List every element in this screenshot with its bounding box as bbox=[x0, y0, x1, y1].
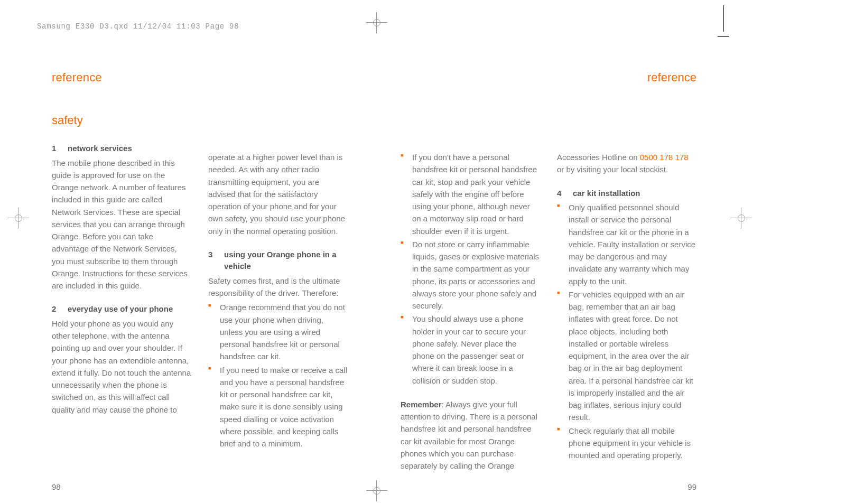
bullet-list-sub3: Orange recommend that you do not use you… bbox=[208, 301, 348, 450]
subsection-3-intro: Safety comes first, and is the ultimate … bbox=[208, 275, 348, 300]
left-col-1: safety 1 network services The mobile pho… bbox=[52, 111, 191, 461]
page-number-right: 99 bbox=[687, 481, 696, 493]
remember-paragraph: Remember: Always give your full attentio… bbox=[401, 398, 540, 472]
register-mark-left bbox=[11, 210, 26, 226]
page-left: reference safety 1 network services The … bbox=[52, 69, 374, 473]
subsection-1: 1 network services The mobile phone desc… bbox=[52, 143, 191, 292]
bullet-list-right1: If you don't have a personal handsfree k… bbox=[401, 151, 540, 387]
subsection-4: 4 car kit installation Only qualified pe… bbox=[557, 188, 696, 462]
page-number-left: 98 bbox=[52, 481, 61, 493]
subsection-1-header: 1 network services bbox=[52, 143, 191, 155]
remember-text: : Always give your full attention to dri… bbox=[401, 400, 537, 470]
right-col-1: If you don't have a personal handsfree k… bbox=[401, 151, 540, 473]
subsection-2-body: Hold your phone as you would any other t… bbox=[52, 318, 191, 416]
list-item: If you don't have a personal handsfree k… bbox=[401, 151, 540, 237]
subsection-num: 1 bbox=[52, 143, 58, 155]
crop-mark bbox=[723, 5, 724, 32]
subsection-4-header: 4 car kit installation bbox=[557, 188, 696, 200]
subsection-1-body: The mobile phone described in this guide… bbox=[52, 157, 191, 292]
col2-hotline: Accessories Hotline on 0500 178 178 or b… bbox=[557, 151, 696, 176]
register-mark-bottom bbox=[369, 483, 385, 499]
left-columns: safety 1 network services The mobile pho… bbox=[52, 111, 348, 461]
subsection-num: 4 bbox=[557, 188, 563, 200]
subsection-title: car kit installation bbox=[573, 188, 640, 200]
list-item: Check regularly that all mobile phone eq… bbox=[557, 425, 696, 462]
left-col-2: operate at a higher power level than is … bbox=[208, 151, 348, 461]
subsection-title: network services bbox=[68, 143, 132, 155]
col2-continuation: operate at a higher power level than is … bbox=[208, 151, 348, 237]
list-item: Do not store or carry inflammable liquid… bbox=[401, 238, 540, 312]
list-item: For vehicles equipped with an air bag, r… bbox=[557, 288, 696, 424]
remember-label: Remember bbox=[401, 400, 442, 409]
section-title-left: reference bbox=[52, 69, 348, 86]
section-title-right: reference bbox=[401, 69, 696, 86]
subsection-3-header: 3 using your Orange phone in a vehicle bbox=[208, 249, 348, 273]
list-item: If you need to make or receive a call an… bbox=[208, 364, 348, 450]
subsection-num: 2 bbox=[52, 303, 58, 315]
subsection-2: 2 everyday use of your phone Hold your p… bbox=[52, 303, 191, 416]
hotline-post: or by visiting your local stockist. bbox=[557, 165, 668, 174]
subsection-title: using your Orange phone in a vehicle bbox=[224, 249, 348, 273]
page-right: reference If you don't have a personal h… bbox=[374, 69, 749, 473]
page-spread: reference safety 1 network services The … bbox=[52, 69, 749, 473]
list-item: Only qualified personnel should install … bbox=[557, 201, 696, 287]
subsection-title: everyday use of your phone bbox=[68, 303, 173, 315]
subsection-3: 3 using your Orange phone in a vehicle S… bbox=[208, 249, 348, 450]
bullet-list-sub4: Only qualified personnel should install … bbox=[557, 201, 696, 461]
right-columns: If you don't have a personal handsfree k… bbox=[401, 111, 696, 473]
hotline-pre: Accessories Hotline on bbox=[557, 153, 640, 162]
safety-heading: safety bbox=[52, 111, 191, 129]
list-item: Orange recommend that you do not use you… bbox=[208, 301, 348, 362]
list-item: You should always use a phone holder in … bbox=[401, 313, 540, 387]
file-header: Samsung E330 D3.qxd 11/12/04 11:03 Page … bbox=[37, 21, 239, 32]
subsection-2-header: 2 everyday use of your phone bbox=[52, 303, 191, 315]
right-col-2: Accessories Hotline on 0500 178 178 or b… bbox=[557, 151, 696, 473]
register-mark-top bbox=[369, 15, 385, 31]
subsection-num: 3 bbox=[208, 249, 215, 273]
hotline-number: 0500 178 178 bbox=[640, 153, 689, 162]
